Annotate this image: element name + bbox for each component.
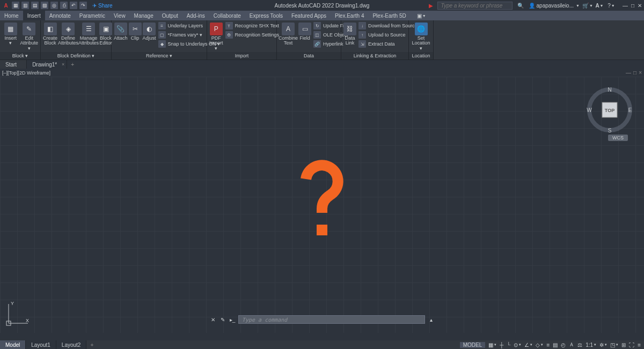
new-filetab-button[interactable]: + [67,60,78,69]
qat-save-icon[interactable]: ▤ [31,2,39,9]
svg-text:N: N [608,87,611,93]
status-annotation-icon[interactable]: Ａ [569,341,574,348]
clip-button[interactable]: ✂Clip [129,21,142,41]
panel-block-title[interactable]: Block ▾ [0,52,40,60]
tab-manage[interactable]: Manage [130,11,158,20]
status-osnap-icon[interactable]: ◇ ▾ [536,342,543,348]
insert-block-button[interactable]: ▦Insert ▾ [2,21,19,46]
status-transparency-icon[interactable]: ▤ [553,342,558,348]
manage-attributes-button[interactable]: ☰Manage Attributes [79,21,98,46]
bottom-tab-model[interactable]: Model [0,340,26,349]
frame-icon: ▢ [158,31,166,39]
app-logo[interactable]: A [2,2,10,9]
status-cycle-icon[interactable]: ◴ [561,342,566,348]
qat-new-icon[interactable]: ▦ [12,2,19,9]
recog-settings-button[interactable]: ⚙Recognition Settings [224,31,281,39]
shx-button[interactable]: TRecognize SHX Text [224,21,281,30]
cmd-history-icon[interactable]: ▴ [427,316,435,323]
bottom-tab-layout1[interactable]: Layout1 [26,340,56,349]
command-input[interactable]: Type a command [238,315,425,324]
close-icon[interactable]: ✕ [638,3,642,9]
minimize-icon[interactable]: — [623,3,628,9]
tab-home[interactable]: Home [0,11,23,20]
status-cleanscreen2-icon[interactable]: ⛶ [629,342,634,348]
viewcube[interactable]: TOP N S E W [585,85,634,135]
autodesk-icon[interactable]: A▼ [596,2,603,9]
tab-express[interactable]: Express Tools [245,11,287,20]
qat-plot-icon[interactable]: ⎙ [60,2,68,9]
status-iso-icon[interactable]: ∠ ▾ [524,342,532,348]
share-button[interactable]: ✈ Share [92,3,113,9]
cmd-close-icon[interactable]: ✕ [209,316,217,323]
vp-close-icon[interactable]: × [639,70,642,76]
viewport-label[interactable]: [–][Top][2D Wireframe] [2,70,50,76]
qat-undo-icon[interactable]: ↶ [70,2,77,9]
filetab-start[interactable]: Start [0,60,27,69]
tab-output[interactable]: Output [158,11,182,20]
user-menu[interactable]: 👤 apapavasileio... ▼ [529,3,580,9]
status-grid-icon[interactable]: ▦ ▾ [488,342,496,348]
status-scale-button[interactable]: 1:1 ▾ [586,342,596,348]
tab-plex4[interactable]: Plex.Earth 4 [331,11,368,20]
create-block-button[interactable]: ◧Create Block [43,21,57,46]
svg-text:TOP: TOP [605,108,614,113]
define-attributes-button[interactable]: ◈Define Attributes [58,21,78,46]
svg-text:W: W [587,107,592,113]
status-model-button[interactable]: MODEL [460,342,486,348]
window-title: Autodesk AutoCAD 2022 Drawing1.dwg [275,3,370,9]
set-location-button[interactable]: 🌐Set Location ▾ [411,21,431,51]
cmd-customize-icon[interactable]: ✎ [219,316,226,323]
drawing-canvas[interactable]: Y X TOP N S E W WCS ✕ ✎ ▸_ Type a comman… [0,77,644,333]
tab-annotate[interactable]: Annotate [45,11,75,20]
pdf-import-button[interactable]: PPDF Import ▾ [209,21,223,51]
tab-featured[interactable]: Featured Apps [287,11,331,20]
status-annoscale-icon[interactable]: ⚖ [577,342,582,348]
combine-text-button[interactable]: ACombine Text [279,21,297,46]
restore-icon[interactable]: □ [631,3,634,9]
panel-reference-title[interactable]: Reference ▾ [112,52,207,60]
tab-addins[interactable]: Add-ins [182,11,209,20]
tab-collaborate[interactable]: Collaborate [209,11,245,20]
attach-button[interactable]: 📎Attach [114,21,128,41]
status-lineweight-icon[interactable]: ≡ [546,342,550,348]
edit-attribute-button[interactable]: ✎Edit Attribute ▾ [20,21,38,51]
qat-redo-icon[interactable]: ↷ [79,2,87,9]
tab-plex5d[interactable]: Plex-Earth 5D [368,11,410,20]
user-icon: 👤 [529,3,535,9]
cleanscreen-button[interactable]: ▣ ▼ [414,11,429,20]
help-icon[interactable]: ?▼ [608,2,615,9]
bottom-add-tab[interactable]: + [86,340,97,349]
qat-open-icon[interactable]: ▥ [21,2,29,9]
data-link-button[interactable]: ⛓Data Link [343,21,356,46]
qat-web-icon[interactable]: ◎ [50,2,58,9]
wcs-badge[interactable]: WCS [608,135,628,141]
block-editor-button[interactable]: ▣Block Editor [99,21,112,46]
status-units-icon[interactable]: ◳ ▾ [610,342,618,348]
tab-insert[interactable]: Insert [23,11,45,20]
filetab-drawing1[interactable]: Drawing1*× [27,60,67,69]
search-input[interactable] [437,2,513,10]
vp-restore-icon[interactable]: □ [633,70,636,76]
close-tab-icon[interactable]: × [62,62,64,67]
vp-minimize-icon[interactable]: — [626,70,631,76]
status-quickprops-icon[interactable]: ⊞ [621,342,626,348]
field-icon: ▭ [298,23,311,35]
adjust-button[interactable]: ◐Adjust [143,21,156,41]
status-gear-icon[interactable]: ✲ ▾ [599,342,607,348]
extract-icon: ⇲ [358,40,366,48]
cart-icon[interactable]: 🛒▼ [584,2,591,9]
panel-blockdef-title[interactable]: Block Definition ▾ [41,52,111,60]
field-button[interactable]: ▭Field [298,21,311,41]
status-snap-icon[interactable]: ┼ [500,342,503,348]
qat-saveas-icon[interactable]: ▧ [41,2,48,9]
ucs-icon[interactable]: Y X [4,301,31,328]
status-customize-icon[interactable]: ≡ [638,342,641,348]
panel-import-title: Import [207,52,276,60]
status-polar-icon[interactable]: ⊙ ▾ [514,342,521,348]
tab-view[interactable]: View [109,11,130,20]
bottom-tab-layout2[interactable]: Layout2 [56,340,87,349]
ribbon: ▦Insert ▾ ✎Edit Attribute ▾ Block ▾ ◧Cre… [0,20,644,60]
search-icon[interactable]: 🔍 [517,2,524,9]
status-ortho-icon[interactable]: └ [507,342,510,348]
tab-parametric[interactable]: Parametric [75,11,109,20]
